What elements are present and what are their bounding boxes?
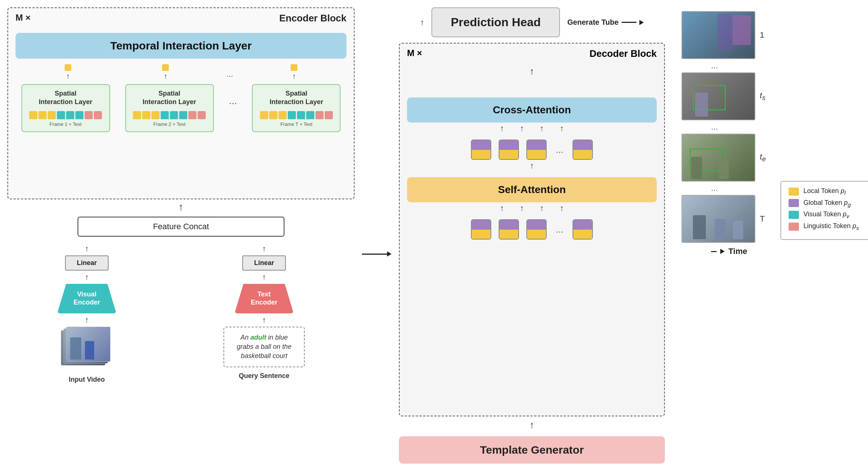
token-yellow-1a [29, 111, 37, 119]
legend-text-local: Local Token pl [803, 187, 845, 196]
token-card-l2-top [499, 220, 518, 230]
template-generator-box: Template Generator [399, 436, 665, 464]
timeline-row-ts: ts [681, 72, 765, 120]
token-pink-3a [315, 111, 324, 119]
timeline-frame-T [681, 195, 755, 243]
token-pink-3b [325, 111, 333, 119]
token-card-l1-bottom [472, 230, 491, 239]
token-yellow-2a [133, 111, 141, 119]
decoder-block: M × Decoder Block ↑ Cross-Attention ↑ ↑ … [399, 43, 665, 416]
token-teal-1c [75, 111, 83, 119]
legend-color-global [789, 199, 799, 207]
encoder-block-title: Encoder Block [279, 13, 346, 24]
spatial-label-1: SpatialInteraction Layer [26, 89, 106, 107]
token-card-u1 [471, 140, 491, 160]
token-teal-3b [297, 111, 305, 119]
token-teal-2c [179, 111, 187, 119]
token-yellow-3c [278, 111, 287, 119]
token-yellow-1c [48, 111, 56, 119]
feature-concat-box: Feature Concat [78, 217, 284, 237]
spatial-dots: ... [219, 64, 241, 80]
token-teal-3a [288, 111, 296, 119]
video-frame-3 [66, 327, 110, 362]
lower-token-columns: ... [407, 219, 657, 240]
output-token-3 [291, 64, 297, 71]
legend-color-visual [789, 211, 799, 219]
token-card-l2 [499, 219, 519, 240]
text-branch: ↑ Linear ↑ Text Encoder ↑ An adult in bl… [223, 244, 305, 380]
timeline-label-T: T [760, 214, 765, 224]
timeline-row-T: T [681, 195, 765, 243]
token-card-u1-top [472, 140, 491, 150]
generate-tube-label: Generate Tube [567, 18, 619, 27]
video-stack [61, 327, 113, 371]
token-card-l2-bottom [499, 230, 518, 239]
token-yellow-3b [269, 111, 277, 119]
timeline-frame-ts [681, 72, 755, 120]
prediction-head-row: ↑ Prediction Head Generate Tube [399, 7, 665, 37]
encoder-block: M × Encoder Block Temporal Interaction L… [7, 7, 355, 199]
token-teal-2a [161, 111, 169, 119]
timeline-frame-1 [681, 11, 755, 59]
token-yellow-1b [38, 111, 47, 119]
decoder-section: ↑ Prediction Head Generate Tube M × Deco… [399, 7, 665, 464]
legend-area: Local Token pl Global Token pg Visual To… [780, 173, 868, 240]
text-encoder-box: Text Encoder [235, 284, 294, 313]
output-token-2 [162, 64, 169, 71]
token-teal-3c [306, 111, 314, 119]
token-card-l1 [471, 219, 491, 240]
token-card-u1-bottom [472, 150, 491, 159]
decoder-block-title: Decoder Block [590, 48, 657, 59]
legend-text-visual: Visual Token pv [803, 210, 849, 219]
time-label: Time [728, 247, 747, 256]
timeline-label-te: te [760, 152, 766, 163]
token-card-l3 [526, 219, 547, 240]
visual-linear-box: Linear [65, 255, 109, 271]
upper-token-columns: ... [407, 140, 657, 160]
token-card-l1-top [472, 220, 491, 230]
feature-concat-arrow-up: ↑ [7, 201, 355, 213]
visual-encoder-box: Visual Encoder [57, 284, 116, 313]
query-sentence-label: Query Sentence [239, 372, 289, 380]
timeline-section: 1 ... ts ... [670, 7, 868, 464]
legend-item-global: Global Token pg [789, 199, 868, 208]
query-box: An adult in blue grabs a ball on the bas… [223, 327, 305, 367]
page-wrapper: M × Encoder Block Temporal Interaction L… [0, 0, 868, 471]
token-card-u4-top [573, 140, 592, 150]
legend-text-linguistic: Linguistic Token ps [803, 222, 859, 231]
text-linear-box: Linear [242, 255, 286, 271]
timeline-dot-2: ... [681, 122, 718, 132]
timeline-label-1: 1 [760, 30, 764, 40]
spatial-block-1: SpatialInteraction Layer Frame 1 + Text [21, 84, 110, 132]
legend-item-local: Local Token pl [789, 187, 868, 196]
token-dots: ... [554, 140, 565, 160]
cross-attention-box: Cross-Attention [407, 97, 657, 123]
encoder-bottom: ↑ Linear ↑ Visual Encoder ↑ [7, 244, 355, 384]
self-attention-box: Self-Attention [407, 177, 657, 202]
timeline-row-1: 1 [681, 11, 764, 59]
token-teal-1b [66, 111, 74, 119]
timeline-label-ts: ts [760, 91, 765, 102]
token-pink-1a [85, 111, 93, 119]
token-card-u2-bottom [499, 150, 518, 159]
temporal-layer: Temporal Interaction Layer [16, 33, 346, 59]
token-teal-2b [170, 111, 178, 119]
spatial-middle-dots: ... [229, 84, 237, 107]
token-yellow-2b [142, 111, 150, 119]
mid-arrow-section [360, 7, 393, 464]
token-card-u3-top [527, 140, 546, 150]
token-card-u4-bottom [573, 150, 592, 159]
legend-item-linguistic: Linguistic Token ps [789, 222, 868, 231]
encoder-mx-label: M × [16, 13, 31, 23]
token-card-l3-bottom [527, 230, 546, 239]
spatial-label-2: SpatialInteraction Layer [130, 89, 209, 107]
token-card-l3-top [527, 220, 546, 230]
time-axis-row: Time [681, 247, 747, 256]
token-card-l4 [573, 219, 593, 240]
token-teal-1a [57, 111, 65, 119]
input-video-label: Input Video [69, 376, 105, 384]
encoder-section: M × Encoder Block Temporal Interaction L… [7, 7, 355, 464]
token-pink-2b [198, 111, 206, 119]
token-yellow-3a [260, 111, 268, 119]
timeline-dot-3: ... [681, 183, 718, 193]
